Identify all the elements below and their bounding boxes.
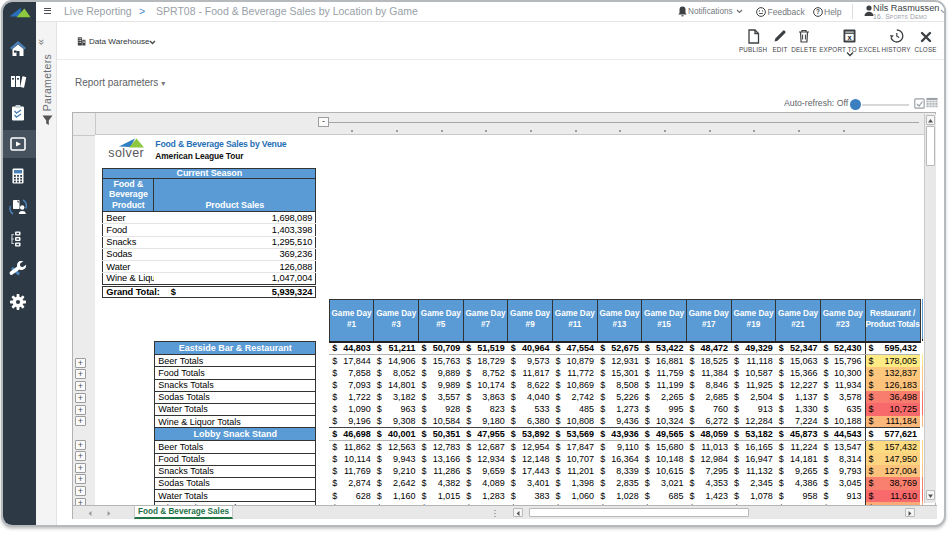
svg-text:?: ? xyxy=(816,8,820,15)
